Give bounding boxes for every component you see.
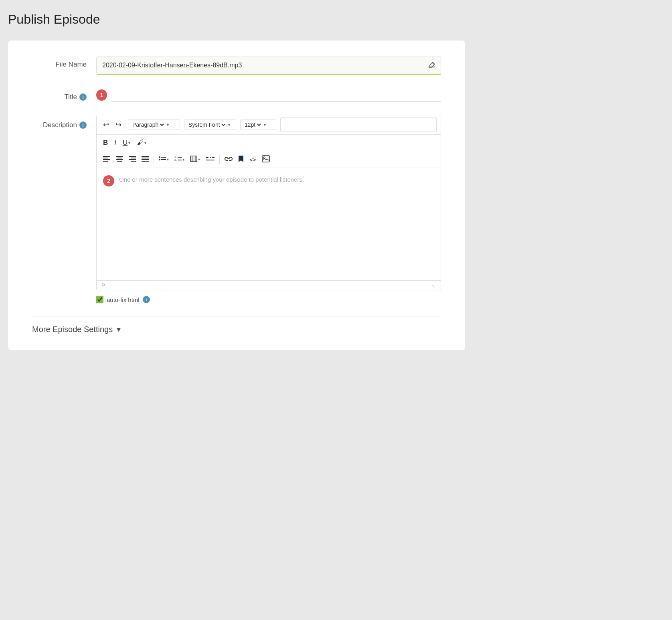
svg-text:2.: 2. [174, 158, 177, 161]
auto-fix-row: auto-fix html i [96, 296, 441, 303]
file-name-input[interactable] [97, 57, 441, 75]
svg-rect-35 [262, 156, 269, 162]
text-color-icon: 🖌 [137, 139, 144, 147]
align-left-button[interactable] [101, 154, 113, 165]
bullet-list-chevron-icon: ▾ [167, 157, 169, 162]
edit-icon[interactable] [428, 61, 436, 71]
code-icon: <> [249, 156, 256, 163]
undo-button[interactable]: ↩ [101, 119, 111, 131]
description-label: Description i [32, 115, 96, 129]
hr-icon [206, 156, 215, 163]
paragraph-chevron-icon: ▾ [167, 123, 169, 127]
title-input-wrap: 1 [96, 88, 441, 102]
redo-button[interactable]: ↪ [113, 119, 124, 131]
align-left-icon [103, 156, 110, 163]
align-justify-button[interactable] [139, 154, 151, 165]
file-name-label: File Name [32, 57, 96, 69]
image-button[interactable] [259, 154, 272, 165]
description-step-badge: 2 [103, 175, 114, 186]
more-settings-row[interactable]: More Episode Settings ▾ [32, 324, 441, 334]
page-title: Publish Episode [8, 8, 664, 31]
numbered-list-icon: 1.2. [174, 156, 182, 163]
table-icon [190, 156, 197, 163]
title-row: Title i 1 [32, 88, 441, 102]
underline-icon: U [123, 139, 128, 147]
description-placeholder: One or more sentences describing your ep… [103, 176, 304, 183]
main-card: File Name Title i [8, 41, 465, 350]
description-control: ↩ ↪ Paragraph Heading 1 Heading 2 ▾ [96, 115, 441, 303]
svg-rect-33 [206, 160, 215, 160]
italic-button[interactable]: I [112, 137, 119, 148]
file-name-row: File Name [32, 57, 441, 75]
auto-fix-label: auto-fix html [107, 296, 140, 303]
title-control: 1 [96, 88, 441, 102]
more-settings-chevron-icon: ▾ [117, 324, 121, 334]
align-center-button[interactable] [113, 154, 125, 165]
title-step-badge: 1 [96, 89, 107, 101]
link-button[interactable] [222, 154, 235, 165]
description-info-icon[interactable]: i [79, 122, 87, 129]
font-select[interactable]: System Font Arial Georgia ▾ [184, 120, 236, 130]
svg-rect-25 [190, 156, 197, 162]
align-justify-icon [142, 156, 149, 163]
undo-icon: ↩ [103, 120, 109, 129]
settings-divider [32, 316, 441, 316]
link-icon [225, 156, 233, 163]
more-settings-label: More Episode Settings [32, 325, 113, 334]
bullet-list-icon [159, 156, 166, 163]
align-right-button[interactable] [126, 154, 138, 165]
bold-button[interactable]: B [101, 137, 110, 148]
description-row: Description i ↩ ↪ Paragraph [32, 115, 441, 303]
toolbar-divider-2 [219, 155, 220, 164]
svg-text:1.: 1. [174, 156, 177, 158]
underline-button[interactable]: U ▾ [120, 137, 133, 148]
svg-rect-30 [206, 157, 208, 158]
align-center-icon [116, 156, 123, 163]
title-info-icon[interactable]: i [79, 93, 87, 101]
table-button[interactable]: ▾ [188, 154, 202, 165]
editor-toolbar-row3: ▾ 1.2. ▾ ▾ [97, 151, 441, 168]
auto-fix-checkbox[interactable] [96, 296, 103, 303]
numbered-list-chevron-icon: ▾ [182, 157, 184, 162]
editor-resize-handle[interactable]: ⤡ [431, 283, 436, 288]
editor-content[interactable]: 2 One or more sentences describing your … [97, 168, 441, 280]
bullet-list-button[interactable]: ▾ [156, 154, 171, 165]
image-icon [262, 155, 270, 164]
italic-icon: I [114, 139, 116, 147]
file-name-input-wrap [96, 57, 441, 75]
align-right-icon [129, 156, 136, 163]
svg-rect-32 [212, 157, 215, 158]
size-chevron-icon: ▾ [264, 123, 266, 127]
toolbar-divider-1 [154, 155, 154, 164]
paragraph-select[interactable]: Paragraph Heading 1 Heading 2 ▾ [128, 120, 180, 130]
hr-button[interactable] [203, 154, 217, 165]
table-chevron-icon: ▾ [198, 157, 200, 162]
svg-point-19 [159, 159, 160, 160]
file-name-control [96, 57, 441, 75]
redo-icon: ↪ [115, 120, 121, 129]
code-button[interactable]: <> [247, 155, 259, 164]
title-label: Title i [32, 89, 96, 101]
size-select[interactable]: 12pt 14pt 16pt ▾ [240, 120, 276, 130]
auto-fix-info-icon[interactable]: i [143, 296, 150, 303]
font-chevron-icon: ▾ [228, 123, 230, 127]
numbered-list-button[interactable]: 1.2. ▾ [172, 154, 187, 165]
editor-toolbar-row2: B I U ▾ 🖌 ▾ [97, 135, 441, 151]
bookmark-icon [238, 155, 244, 164]
underline-chevron-icon: ▾ [128, 141, 130, 145]
editor-toolbar-row1: ↩ ↪ Paragraph Heading 1 Heading 2 ▾ [97, 115, 441, 135]
svg-point-17 [159, 156, 160, 158]
text-color-button[interactable]: 🖌 ▾ [134, 137, 149, 148]
editor-footer: P ⤡ [97, 280, 441, 290]
bold-icon: B [103, 139, 108, 147]
text-color-chevron-icon: ▾ [144, 141, 146, 145]
editor-paragraph-indicator: P [101, 282, 105, 288]
bookmark-button[interactable] [236, 154, 246, 165]
title-input[interactable] [111, 88, 441, 102]
editor-wrap: ↩ ↪ Paragraph Heading 1 Heading 2 ▾ [96, 115, 441, 290]
